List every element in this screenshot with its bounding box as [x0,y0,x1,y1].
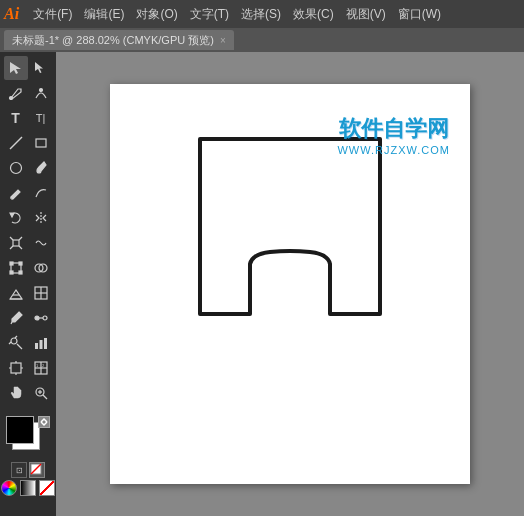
column-graph-tool[interactable] [29,331,53,355]
none-color-icon[interactable] [39,480,55,496]
svg-rect-39 [44,338,47,349]
svg-line-14 [19,246,22,249]
svg-line-35 [15,336,17,338]
tool-row-13: 1 2 [4,356,53,380]
gradient-icon[interactable] [20,480,36,496]
zoom-tool[interactable] [29,381,53,405]
swap-colors-icon[interactable] [38,416,50,428]
mesh-tool[interactable] [29,281,53,305]
ai-logo: Ai [4,5,19,23]
tool-row-5 [4,156,53,180]
left-toolbar: T T| [0,52,56,516]
menu-items: 文件(F) 编辑(E) 对象(O) 文字(T) 选择(S) 效果(C) 视图(V… [27,6,447,23]
symbol-sprayer-tool[interactable] [4,331,28,355]
svg-text:2: 2 [42,363,45,368]
warp-tool[interactable] [29,231,53,255]
type-icon: T [11,110,20,126]
tab-bar: 未标题-1* @ 288.02% (CMYK/GPU 预览) × [0,28,524,52]
touch-type-icon: T| [36,112,46,124]
free-transform-tool[interactable] [4,256,28,280]
menu-window[interactable]: 窗口(W) [392,6,447,23]
tool-row-1 [4,56,53,80]
white-canvas: 软件自学网 WWW.RJZXW.COM [110,84,470,484]
canvas-area: 软件自学网 WWW.RJZXW.COM [56,52,524,516]
svg-text:1: 1 [36,363,39,368]
tool-row-7 [4,206,53,230]
svg-line-51 [43,395,47,399]
color-picker-icon[interactable] [1,480,17,496]
shape-builder-tool[interactable] [29,256,53,280]
tool-row-9 [4,256,53,280]
tool-row-8 [4,231,53,255]
color-mode-row: ⊡ [11,462,45,478]
tool-row-10 [4,281,53,305]
menu-edit[interactable]: 编辑(E) [78,6,130,23]
tool-row-2 [4,81,53,105]
menu-view[interactable]: 视图(V) [340,6,392,23]
smooth-tool[interactable] [29,181,53,205]
svg-point-31 [43,316,47,320]
line-segment-tool[interactable] [4,131,28,155]
rotate-tool[interactable] [4,206,28,230]
svg-rect-11 [13,240,19,246]
tool-row-3: T T| [4,106,53,130]
svg-line-13 [19,237,22,240]
pen-tool[interactable] [4,81,28,105]
hand-tool[interactable] [4,381,28,405]
eyedropper-tool[interactable] [4,306,28,330]
document-tab[interactable]: 未标题-1* @ 288.02% (CMYK/GPU 预览) × [4,30,234,50]
svg-point-6 [10,163,21,174]
tool-row-6 [4,181,53,205]
tool-row-4 [4,131,53,155]
svg-line-12 [10,237,13,240]
curvature-tool[interactable] [29,81,53,105]
foreground-color-swatch[interactable] [6,416,34,444]
scale-tool[interactable] [4,231,28,255]
selection-tool[interactable] [4,56,28,80]
perspective-grid-tool[interactable] [4,281,28,305]
menu-select[interactable]: 选择(S) [235,6,287,23]
menu-file[interactable]: 文件(F) [27,6,78,23]
blend-tool[interactable] [29,306,53,330]
menu-object[interactable]: 对象(O) [130,6,183,23]
tab-title: 未标题-1* @ 288.02% (CMYK/GPU 预览) [12,33,214,48]
artboard-tool[interactable] [4,356,28,380]
reflect-tool[interactable] [29,206,53,230]
default-colors-icon[interactable]: ⊡ [11,462,27,478]
direct-selection-tool[interactable] [29,56,53,80]
svg-rect-40 [11,363,21,373]
tool-row-14 [4,381,53,405]
svg-point-3 [39,89,42,92]
touch-type-tool[interactable]: T| [29,106,53,130]
color-tools-row [1,480,55,496]
rectangle-tool[interactable] [29,131,53,155]
color-area: ⊡ [2,412,54,500]
svg-marker-9 [10,213,14,217]
pants-illustration [180,134,400,419]
svg-line-29 [11,322,12,324]
svg-rect-38 [39,340,42,349]
svg-rect-37 [35,343,38,349]
pencil-tool[interactable] [4,181,28,205]
tab-close-button[interactable]: × [220,35,226,46]
svg-point-33 [11,338,17,344]
svg-rect-5 [36,139,46,147]
tool-row-11 [4,306,53,330]
svg-line-36 [9,342,11,344]
svg-rect-20 [10,271,13,274]
main-layout: T T| [0,52,524,516]
color-swatch-area [6,416,50,460]
none-stroke-icon[interactable] [29,462,45,478]
svg-rect-19 [19,271,22,274]
menu-effect[interactable]: 效果(C) [287,6,340,23]
ellipse-tool[interactable] [4,156,28,180]
svg-line-15 [10,246,13,249]
svg-marker-1 [35,62,43,73]
paintbrush-tool[interactable] [29,156,53,180]
type-tool[interactable]: T [4,106,28,130]
menu-bar: Ai 文件(F) 编辑(E) 对象(O) 文字(T) 选择(S) 效果(C) 视… [0,0,524,28]
menu-text[interactable]: 文字(T) [184,6,235,23]
svg-line-34 [17,344,22,349]
slice-tool[interactable]: 1 2 [29,356,53,380]
svg-line-4 [10,137,22,149]
